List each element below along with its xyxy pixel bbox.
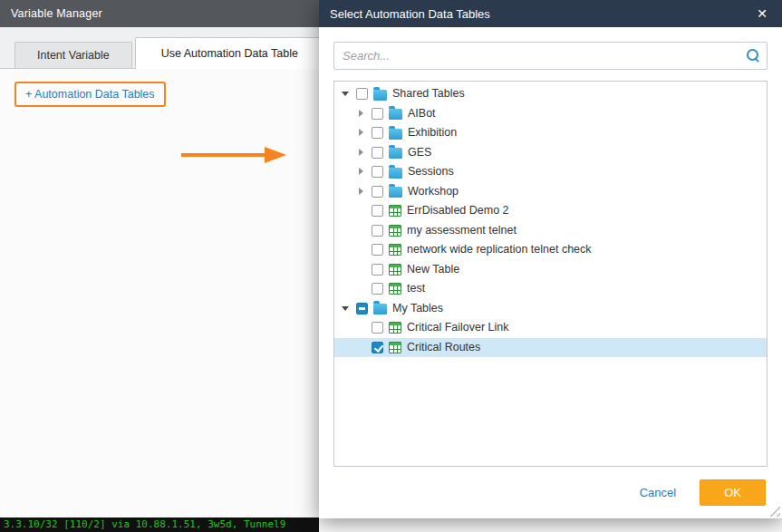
collapse-arrow-icon[interactable] (341, 304, 351, 314)
tree-item-label[interactable]: test (407, 279, 425, 298)
dialog-header[interactable]: Select Automation Data Tables ✕ (319, 0, 782, 27)
folder-icon (389, 109, 402, 120)
tree-item-label[interactable]: Workshop (408, 182, 459, 201)
window-title: Variable Manager (11, 7, 102, 20)
folder-icon (389, 129, 402, 140)
checkbox-unchecked[interactable] (372, 264, 383, 276)
tree-item[interactable]: New Table (334, 260, 767, 280)
arrow-spacer (356, 206, 366, 216)
arrow-spacer (356, 284, 366, 294)
expand-arrow-icon[interactable] (356, 148, 366, 158)
folder-icon (373, 90, 387, 101)
arrow-spacer (356, 226, 366, 236)
table-icon (389, 244, 401, 256)
annotation-arrow-icon (179, 143, 288, 167)
collapse-arrow-icon[interactable] (341, 89, 351, 99)
folder-icon (389, 168, 402, 179)
checkbox-unchecked[interactable] (372, 225, 383, 237)
tree-item-label[interactable]: AIBot (408, 104, 436, 123)
table-icon (389, 283, 401, 295)
search-box (333, 42, 768, 70)
ok-button[interactable]: OK (700, 479, 766, 506)
tab-intent-variable[interactable]: Intent Variable (14, 42, 132, 68)
tree-item-label[interactable]: Sessions (408, 162, 454, 181)
arrow-spacer (356, 323, 366, 333)
checkbox-unchecked[interactable] (372, 127, 383, 139)
tree-item-label[interactable]: ErrDisabled Demo 2 (407, 201, 509, 220)
tree-item-label[interactable]: My Tables (392, 299, 443, 318)
resize-handle[interactable] (769, 506, 780, 517)
checkbox-indeterminate[interactable] (356, 303, 368, 314)
tree-item[interactable]: AIBot (334, 104, 767, 124)
dialog-body: Shared TablesAIBotExhibitionGESSessionsW… (319, 27, 782, 518)
terminal-text: 3.3.10/32 [110/2] via 10.88.1.51, 3w5d, … (4, 518, 285, 530)
screen: Variable Manager Intent Variable Use Aut… (0, 0, 782, 532)
checkbox-unchecked[interactable] (356, 88, 368, 100)
cancel-button[interactable]: Cancel (640, 486, 676, 499)
checkbox-unchecked[interactable] (372, 147, 383, 159)
table-icon (389, 264, 401, 276)
tree-item-label[interactable]: Shared Tables (392, 84, 465, 103)
tree-item-label[interactable]: GES (408, 143, 431, 162)
terminal-output: 3.3.10/32 [110/2] via 10.88.1.51, 3w5d, … (0, 517, 319, 532)
table-icon (389, 342, 401, 353)
tree-item-label[interactable]: New Table (407, 260, 459, 279)
folder-icon (389, 148, 402, 159)
arrow-spacer (356, 343, 366, 353)
tree-item[interactable]: Exhibition (334, 123, 767, 143)
tree-item-label[interactable]: Critical Routes (407, 338, 480, 357)
tab-use-automation-data-table[interactable]: Use Automation Data Table (135, 37, 324, 69)
table-icon (389, 205, 401, 217)
arrow-spacer (356, 245, 366, 255)
tree-item-label[interactable]: my assessment telnet (407, 221, 517, 240)
tree-item-label[interactable]: Critical Failover Link (407, 318, 509, 337)
checkbox-unchecked[interactable] (372, 186, 383, 198)
checkbox-unchecked[interactable] (372, 108, 383, 120)
folder-icon (389, 187, 402, 198)
tree-item[interactable]: my assessment telnet (334, 221, 767, 241)
tree-item-label[interactable]: Exhibition (408, 123, 457, 142)
expand-arrow-icon[interactable] (356, 187, 366, 197)
tree-item[interactable]: Critical Failover Link (334, 318, 767, 338)
tree-item[interactable]: Shared Tables (334, 84, 767, 104)
tree-item[interactable]: GES (334, 143, 767, 163)
tree-item[interactable]: test (334, 279, 767, 299)
add-automation-data-tables-link[interactable]: + Automation Data Tables (14, 82, 166, 107)
table-icon (389, 225, 401, 237)
tree-item[interactable]: network wide replication telnet check (334, 240, 767, 260)
checkbox-unchecked[interactable] (372, 205, 383, 217)
tree-item[interactable]: Sessions (334, 162, 767, 182)
folder-icon (373, 304, 387, 314)
expand-arrow-icon[interactable] (356, 167, 366, 177)
expand-arrow-icon[interactable] (356, 109, 366, 119)
checkbox-unchecked[interactable] (372, 322, 383, 334)
arrow-spacer (356, 265, 366, 275)
table-icon (389, 322, 401, 334)
tree-item[interactable]: Critical Routes (334, 338, 767, 358)
dialog-footer: Cancel OK (640, 479, 766, 506)
checkbox-unchecked[interactable] (372, 283, 383, 295)
table-tree: Shared TablesAIBotExhibitionGESSessionsW… (333, 81, 768, 467)
tree-item[interactable]: Workshop (334, 182, 767, 202)
tree-item-label[interactable]: network wide replication telnet check (407, 240, 592, 259)
search-icon[interactable] (746, 48, 759, 62)
tree-item[interactable]: My Tables (334, 299, 767, 319)
select-automation-data-tables-dialog: Select Automation Data Tables ✕ Shared T… (319, 0, 782, 518)
dialog-title: Select Automation Data Tables (330, 7, 490, 21)
checkbox-unchecked[interactable] (372, 166, 383, 178)
expand-arrow-icon[interactable] (356, 128, 366, 138)
search-input[interactable] (333, 42, 768, 70)
tree-item[interactable]: ErrDisabled Demo 2 (334, 201, 767, 221)
checkbox-checked[interactable] (372, 342, 383, 353)
checkbox-unchecked[interactable] (372, 244, 383, 256)
close-icon[interactable]: ✕ (753, 5, 771, 22)
